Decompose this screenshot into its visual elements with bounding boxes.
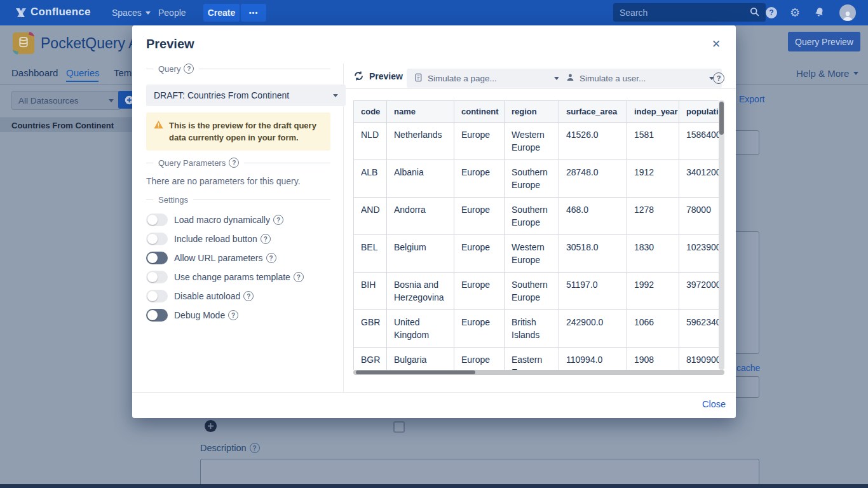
toggle-help-icon[interactable] xyxy=(228,310,238,320)
background-checkbox[interactable] xyxy=(393,421,405,433)
query-list-item-selected[interactable]: Countries From Continent xyxy=(0,118,132,132)
allow-url-parameters-toggle[interactable] xyxy=(146,252,168,264)
refresh-icon xyxy=(353,71,364,81)
footer-divider xyxy=(132,392,736,393)
dialog-title: Preview xyxy=(146,37,194,51)
description-textarea[interactable] xyxy=(200,459,759,485)
bottom-strip xyxy=(0,484,868,488)
pocketquery-logo-icon xyxy=(11,31,36,55)
table-row: BIH Bosnia and Herzegovina Europe Southe… xyxy=(354,273,719,310)
toggle-row-allow-url-params: Allow URL parameters xyxy=(146,252,276,264)
column-header: code xyxy=(354,101,387,123)
table-row: AND Andorra Europe Southern Europe 468.0… xyxy=(354,198,719,235)
table-header-row: code name continent region surface_area … xyxy=(354,101,719,123)
create-button[interactable]: Create xyxy=(203,4,240,22)
table-row: BGR Bulgaria Europe Eastern Europe 11099… xyxy=(354,348,719,370)
close-icon[interactable] xyxy=(712,37,721,51)
parameters-section-legend: Query Parameters xyxy=(146,158,330,168)
horizontal-scrollbar-thumb[interactable] xyxy=(356,370,475,374)
page-title: PocketQuery A xyxy=(41,35,138,52)
chevron-down-icon xyxy=(853,72,858,75)
simulate-user-select[interactable]: Simulate a user... xyxy=(559,69,722,88)
search-placeholder: Search xyxy=(620,8,648,18)
warning-icon xyxy=(154,120,163,144)
simulate-page-select[interactable]: Simulate a page... xyxy=(407,69,567,88)
top-navigation: Confluence Spaces People Create ••• Sear… xyxy=(0,0,868,25)
debug-mode-toggle[interactable] xyxy=(146,309,168,322)
tab-dashboard[interactable]: Dashboard xyxy=(11,67,58,78)
query-section-legend: Query xyxy=(146,64,330,74)
column-header: name xyxy=(387,101,454,123)
description-help-icon[interactable] xyxy=(250,443,260,453)
datasource-filter-select[interactable]: All Datasources xyxy=(11,91,121,110)
toggle-help-icon[interactable] xyxy=(261,234,271,244)
table-row: NLD Netherlands Europe Western Europe 41… xyxy=(354,123,719,160)
chevron-down-icon xyxy=(109,99,114,102)
no-parameters-message: There are no parameters for this query. xyxy=(146,176,301,186)
chevron-down-icon xyxy=(146,11,151,15)
chevron-down-icon xyxy=(333,94,338,97)
settings-section-legend: Settings xyxy=(146,195,330,205)
toggle-help-icon[interactable] xyxy=(243,291,254,301)
help-and-more-menu[interactable]: Help & More xyxy=(796,68,858,79)
load-macro-dynamically-toggle[interactable] xyxy=(146,214,168,226)
notifications-bell-icon[interactable] xyxy=(813,6,825,18)
tab-queries[interactable]: Queries xyxy=(66,67,100,78)
page-icon xyxy=(414,73,423,84)
close-button[interactable]: Close xyxy=(702,399,726,409)
table-row: BEL Belgium Europe Western Europe 30518.… xyxy=(354,235,719,273)
include-reload-button-toggle[interactable] xyxy=(146,233,168,245)
brand-title[interactable]: Confluence xyxy=(31,6,91,18)
column-header: indep_year xyxy=(627,101,679,123)
toggle-help-icon[interactable] xyxy=(273,215,283,225)
column-header: population xyxy=(679,101,719,123)
toggle-row-include-reload: Include reload button xyxy=(146,233,271,245)
export-link[interactable]: Export xyxy=(739,94,764,104)
preview-help-icon[interactable] xyxy=(713,72,724,84)
user-avatar[interactable] xyxy=(839,4,856,21)
settings-gear-icon[interactable] xyxy=(789,6,801,18)
active-tab-underline xyxy=(66,81,98,82)
query-preview-button[interactable]: Query Preview xyxy=(788,32,860,51)
confluence-logo-icon[interactable] xyxy=(15,7,27,18)
description-label: Description xyxy=(200,443,260,453)
draft-warning-message: This is the preview for the draft query … xyxy=(146,112,330,151)
screen: Confluence Spaces People Create ••• Sear… xyxy=(0,0,868,488)
toggle-row-load-macro: Load macro dynamically xyxy=(146,214,283,226)
panel-divider xyxy=(343,64,344,392)
search-input[interactable]: Search xyxy=(613,3,766,22)
query-help-icon[interactable] xyxy=(184,64,194,74)
toggle-row-disable-autoload: Disable autoload xyxy=(146,290,254,302)
refresh-preview-button[interactable]: Preview xyxy=(353,71,403,81)
create-more-button[interactable]: ••• xyxy=(241,4,266,22)
table-row: GBR United Kingdom Europe British Island… xyxy=(354,310,719,348)
toggle-help-icon[interactable] xyxy=(294,272,304,282)
add-parameter-button[interactable] xyxy=(205,420,217,432)
disable-autoload-toggle[interactable] xyxy=(146,290,168,302)
table-row: ALB Albania Europe Southern Europe 28748… xyxy=(354,160,719,198)
help-icon[interactable] xyxy=(766,7,777,18)
nav-spaces[interactable]: Spaces xyxy=(112,8,151,18)
cache-link[interactable]: cache xyxy=(736,363,760,373)
use-change-params-template-toggle[interactable] xyxy=(146,271,168,283)
toggle-help-icon[interactable] xyxy=(266,253,276,263)
column-header: surface_area xyxy=(559,101,627,123)
toggle-row-debug-mode: Debug Mode xyxy=(146,309,238,322)
horizontal-scrollbar[interactable] xyxy=(353,370,724,375)
toggle-row-change-params-template: Use change params template xyxy=(146,271,304,283)
result-table: code name continent region surface_area … xyxy=(353,100,719,370)
column-header: region xyxy=(505,101,559,123)
column-header: continent xyxy=(454,101,505,123)
parameters-help-icon[interactable] xyxy=(229,158,239,168)
toolbar-divider xyxy=(344,88,736,89)
vertical-scrollbar-thumb[interactable] xyxy=(719,102,724,135)
plus-icon xyxy=(208,423,214,429)
vertical-scrollbar[interactable] xyxy=(719,100,724,370)
result-table-container: code name continent region surface_area … xyxy=(353,100,719,370)
search-icon[interactable] xyxy=(750,7,759,18)
query-select[interactable]: DRAFT: Countries From Continent xyxy=(146,85,346,106)
nav-people[interactable]: People xyxy=(158,8,186,18)
user-icon xyxy=(566,73,574,83)
preview-dialog: Preview Query DRAFT: Countries From Cont… xyxy=(132,25,736,418)
